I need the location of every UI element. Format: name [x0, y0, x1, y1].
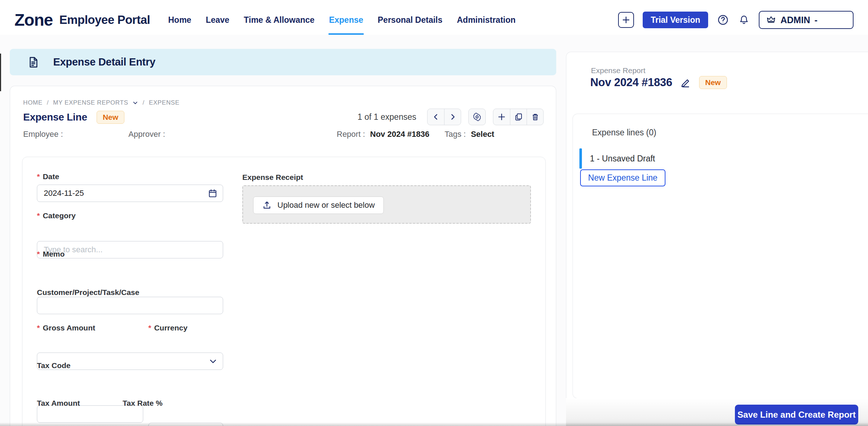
- date-input[interactable]: [37, 185, 223, 202]
- page-banner: Expense Detail Entry: [10, 49, 556, 75]
- tax-code-label-row: Tax Code: [37, 361, 71, 370]
- expense-toolbar: 1 of 1 expenses: [358, 109, 544, 125]
- memo-label: Memo: [43, 250, 65, 258]
- expense-line-list-item[interactable]: 1 - Unsaved Draft: [579, 148, 655, 169]
- app-title: Employee Portal: [59, 13, 150, 27]
- help-icon[interactable]: [717, 14, 729, 26]
- document-icon: [27, 56, 39, 68]
- tax-rate-label-row: Tax Rate %: [123, 399, 163, 408]
- breadcrumb-my-expense-reports[interactable]: MY EXPENSE REPORTS: [53, 99, 128, 106]
- record-meta-row: Employee : Approver : Report : Nov 2024 …: [23, 130, 494, 139]
- add-expense-button[interactable]: [493, 109, 510, 125]
- expense-lines-card: Expense lines (0) 1 - Unsaved Draft New …: [573, 114, 868, 398]
- required-marker: *: [37, 211, 40, 220]
- currency-label: Currency: [154, 324, 187, 332]
- trial-version-button[interactable]: Trial Version: [643, 12, 708, 28]
- category-search-input[interactable]: [37, 241, 223, 258]
- upload-receipt-button[interactable]: Upload new or select below: [253, 197, 384, 214]
- expense-report-panel: Expense Report Nov 2024 #1836 New Expens…: [566, 52, 868, 426]
- line-item-label: 1 - Unsaved Draft: [590, 154, 655, 164]
- tags-label: Tags :: [444, 130, 466, 139]
- tax-code-label: Tax Code: [37, 361, 71, 370]
- report-value: Nov 2024 #1836: [370, 130, 429, 139]
- duplicate-expense-button[interactable]: [510, 109, 527, 125]
- copy-icon: [514, 113, 523, 121]
- currency-label-row: * Currency: [148, 324, 187, 332]
- breadcrumb-separator: /: [142, 99, 144, 106]
- gear-icon: [473, 113, 481, 121]
- employee-label: Employee :: [23, 130, 63, 139]
- chevron-down-icon[interactable]: [132, 100, 138, 106]
- customer-project-label: Customer/Project/Task/Case: [37, 288, 139, 297]
- upload-button-label: Upload new or select below: [277, 201, 375, 210]
- delete-expense-button[interactable]: [527, 109, 543, 125]
- tax-amount-label: Tax Amount: [37, 399, 80, 408]
- expense-report-name: Nov 2024 #1836: [590, 76, 672, 89]
- gross-amount-label-row: * Gross Amount: [37, 324, 95, 332]
- breadcrumb: HOME / MY EXPENSE REPORTS / EXPENSE: [23, 99, 179, 106]
- expense-receipt-label: Expense Receipt: [242, 173, 303, 182]
- tax-rate-label: Tax Rate %: [123, 399, 163, 408]
- admin-label: ADMIN: [780, 15, 810, 25]
- admin-dropdown-indicator: -: [814, 15, 817, 25]
- nav-administration[interactable]: Administration: [450, 5, 523, 35]
- settings-button[interactable]: [469, 109, 485, 125]
- previous-expense-button[interactable]: [427, 109, 444, 125]
- customer-label-row: Customer/Project/Task/Case: [37, 288, 139, 297]
- memo-label-row: * Memo: [37, 250, 65, 258]
- admin-user-menu[interactable]: ADMIN -: [759, 11, 854, 29]
- chevron-down-icon[interactable]: [209, 357, 217, 366]
- section-title: Expense Line: [23, 111, 87, 123]
- breadcrumb-expense: EXPENSE: [149, 99, 180, 106]
- plus-icon: [497, 113, 506, 121]
- expense-form-card: * Date * Category * Memo: [22, 157, 546, 426]
- chevron-left-icon: [432, 113, 440, 121]
- required-marker: *: [37, 172, 40, 181]
- screen: Zone Employee Portal Home Leave Time & A…: [0, 0, 868, 426]
- gross-amount-input[interactable]: [37, 405, 143, 423]
- category-label: Category: [43, 211, 76, 220]
- nav-expense[interactable]: Expense: [322, 5, 371, 35]
- edit-pencil-icon[interactable]: [680, 77, 691, 88]
- top-bar: Zone Employee Portal Home Leave Time & A…: [0, 0, 868, 35]
- required-marker: *: [148, 324, 151, 332]
- memo-input[interactable]: [37, 297, 223, 314]
- breadcrumb-separator: /: [47, 99, 48, 106]
- report-status-badge: New: [699, 76, 727, 89]
- tags-select[interactable]: Select: [471, 130, 494, 139]
- receipt-dropzone[interactable]: Upload new or select below: [242, 185, 531, 224]
- section-title-row: Expense Line New: [23, 111, 124, 124]
- nav-home[interactable]: Home: [161, 5, 199, 35]
- expense-line-card: HOME / MY EXPENSE REPORTS / EXPENSE Expe…: [10, 86, 556, 426]
- settings-group: [468, 109, 486, 125]
- expense-report-label: Expense Report: [591, 66, 646, 75]
- pagination-count: 1 of 1 expenses: [358, 112, 416, 122]
- save-line-create-report-button[interactable]: Save Line and Create Report: [735, 405, 858, 425]
- active-line-indicator: [579, 148, 582, 169]
- date-label-row: * Date: [37, 172, 59, 181]
- record-actions-group: [493, 109, 544, 125]
- new-expense-line-button[interactable]: New Expense Line: [580, 169, 665, 186]
- plus-icon: [622, 16, 630, 24]
- nav-time-allowance[interactable]: Time & Allowance: [237, 5, 322, 35]
- main-nav: Home Leave Time & Allowance Expense Pers…: [161, 5, 523, 35]
- upload-icon: [262, 201, 272, 210]
- quick-add-button[interactable]: [618, 12, 634, 28]
- trash-icon: [531, 113, 540, 121]
- window-edge-artifact: [0, 54, 1, 91]
- nav-leave[interactable]: Leave: [199, 5, 237, 35]
- notifications-bell-icon[interactable]: [738, 14, 750, 26]
- status-badge: New: [97, 111, 124, 124]
- pagination-group: [427, 109, 461, 125]
- receipt-label-row: Expense Receipt: [242, 173, 303, 182]
- calendar-icon[interactable]: [208, 189, 217, 198]
- tax-amount-label-row: Tax Amount: [37, 399, 80, 408]
- breadcrumb-home[interactable]: HOME: [23, 99, 42, 106]
- nav-personal-details[interactable]: Personal Details: [370, 5, 450, 35]
- currency-input[interactable]: [148, 423, 223, 426]
- next-expense-button[interactable]: [444, 109, 461, 125]
- approver-label: Approver :: [128, 130, 165, 139]
- report-label: Report :: [337, 130, 365, 139]
- expense-lines-header: Expense lines (0): [592, 128, 656, 138]
- brand-logo: Zone: [14, 10, 53, 30]
